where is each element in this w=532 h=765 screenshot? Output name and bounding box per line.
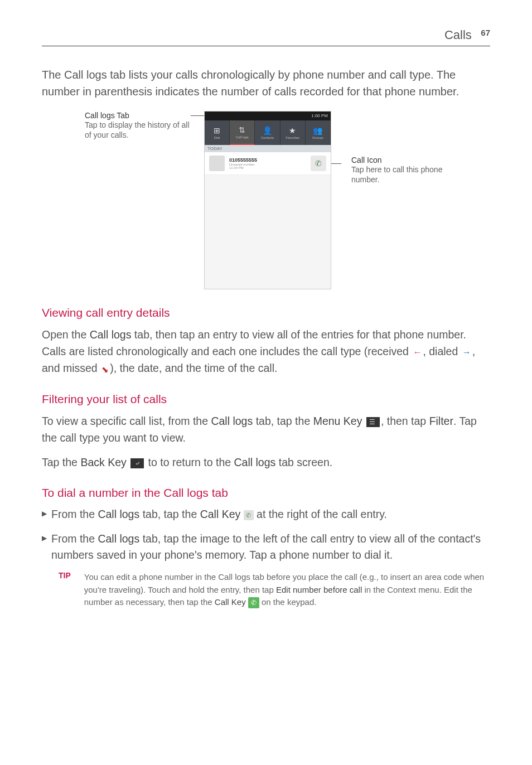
dialed-icon: → (462, 346, 471, 360)
call-key-green-icon: ✆ (248, 597, 259, 608)
filtering-paragraph-1: To view a specific call list, from the C… (42, 413, 490, 446)
bullet-2-content: From the Call logs tab, tap the image to… (51, 531, 490, 564)
status-bar: 1:00 PM (205, 112, 331, 120)
tab-contacts[interactable]: 👤Contacts (255, 120, 280, 145)
page-number: 67 (481, 28, 490, 37)
dial-icon: ⊞ (214, 126, 220, 135)
header-title: Calls (444, 28, 472, 42)
connector-line-right (331, 163, 341, 164)
page-header: Calls 67 (42, 28, 490, 46)
filtering-heading: Filtering your list of calls (42, 393, 490, 406)
today-label: TODAY (205, 145, 331, 152)
left-annotation: Call logs Tab Tap to display the history… (85, 111, 191, 140)
call-key-icon: ✆ (244, 510, 254, 520)
call-sub-2: 11:34 PM (229, 166, 311, 170)
menu-key-icon (366, 417, 380, 427)
phone-screenshot: 1:00 PM ⊞Dial ⇅Call logs 👤Contacts ★Favo… (204, 111, 331, 289)
status-time: 1:00 PM (311, 113, 328, 118)
right-annotation: Call Icon Tap here to call this phone nu… (341, 111, 447, 185)
bullet-1-content: From the Call logs tab, tap the Call Key… (51, 506, 490, 522)
tab-call-logs[interactable]: ⇅Call logs (230, 120, 255, 145)
tab-dial[interactable]: ⊞Dial (205, 120, 230, 145)
viewing-heading: Viewing call entry details (42, 306, 490, 319)
tab-groups[interactable]: 👥Groups (306, 120, 331, 145)
avatar-icon (209, 156, 225, 171)
tab-favorites[interactable]: ★Favorites (280, 120, 306, 145)
right-annotation-desc: Tap here to call this phone number. (351, 164, 447, 185)
bullet-icon: ▶ (42, 510, 47, 522)
received-icon: ← (413, 346, 422, 360)
left-annotation-desc: Tap to display the history of all of you… (85, 120, 191, 140)
star-icon: ★ (289, 126, 296, 135)
call-info: 0105555555 Unsaved number 11:34 PM (229, 157, 311, 170)
call-button[interactable]: ✆ (311, 156, 326, 171)
tip-text: You can edit a phone number in the Call … (84, 571, 490, 609)
back-key-icon: ⤶ (130, 458, 144, 468)
filtering-paragraph-2: Tap the Back Key ⤶ to to return to the C… (42, 454, 490, 471)
tip-block: TIP You can edit a phone number in the C… (59, 571, 490, 609)
dial-heading: To dial a number in the Call logs tab (42, 486, 490, 500)
diagram: Call logs Tab Tap to display the history… (42, 111, 490, 289)
call-entry[interactable]: 0105555555 Unsaved number 11:34 PM ✆ (205, 152, 331, 175)
connector-line (191, 115, 204, 116)
groups-icon: 👥 (313, 126, 322, 135)
contacts-icon: 👤 (263, 126, 272, 135)
right-annotation-title: Call Icon (351, 156, 447, 164)
viewing-paragraph: Open the Call logs tab, then tap an entr… (42, 326, 490, 377)
intro-paragraph: The Call logs tab lists your calls chron… (42, 66, 490, 100)
call-number: 0105555555 (229, 157, 311, 163)
logs-icon: ⇅ (239, 125, 245, 134)
tip-label: TIP (59, 571, 71, 609)
phone-icon: ✆ (315, 159, 322, 168)
phone-tabs: ⊞Dial ⇅Call logs 👤Contacts ★Favorites 👥G… (205, 120, 331, 145)
bullet-icon: ▶ (42, 534, 47, 564)
bullet-1: ▶ From the Call logs tab, tap the Call K… (42, 506, 490, 522)
missed-icon: ⬊ (101, 363, 109, 376)
bullet-2: ▶ From the Call logs tab, tap the image … (42, 531, 490, 564)
left-annotation-title: Call logs Tab (85, 111, 191, 120)
